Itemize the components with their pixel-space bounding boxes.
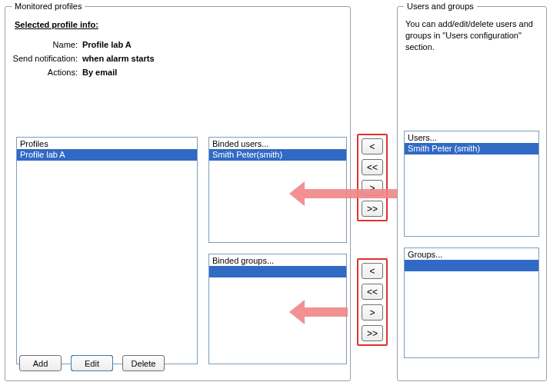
profile-name-row: Name: Profile lab A — [12, 40, 344, 49]
users-and-groups-legend: Users and groups — [404, 2, 477, 11]
user-transfer-buttons: < << > >> — [357, 134, 388, 221]
move-all-users-right-button[interactable]: >> — [362, 201, 383, 217]
move-all-users-left-button[interactable]: << — [362, 159, 383, 175]
move-all-groups-right-button[interactable]: >> — [362, 325, 383, 341]
list-item[interactable] — [209, 266, 346, 277]
users-listbox[interactable]: Users... Smith Peter (smith) — [404, 131, 539, 237]
move-group-right-button[interactable]: > — [362, 304, 383, 321]
users-header: Users... — [405, 131, 538, 143]
profile-name-value: Profile lab A — [82, 40, 132, 49]
profile-buttons: Add Edit Delete — [19, 355, 165, 371]
list-item[interactable]: Profile lab A — [17, 149, 197, 161]
add-button[interactable]: Add — [19, 355, 62, 371]
send-notification-value: when alarm starts — [82, 54, 155, 63]
selected-profile-info-title: Selected profile info: — [15, 20, 344, 29]
move-user-left-button[interactable]: < — [362, 138, 383, 154]
move-all-groups-left-button[interactable]: << — [362, 284, 383, 300]
groups-header: Groups... — [405, 248, 538, 260]
users-and-groups-panel: Users and groups You can add/edit/delete… — [397, 2, 547, 381]
delete-button[interactable]: Delete — [122, 355, 165, 371]
users-groups-help-text: You can add/edit/delete users and groups… — [404, 15, 540, 56]
annotation-arrow-icon — [303, 307, 348, 317]
profiles-header: Profiles — [17, 138, 197, 149]
actions-value: By email — [82, 68, 117, 77]
binded-groups-header: Binded groups... — [209, 254, 346, 266]
actions-row: Actions: By email — [12, 68, 344, 77]
group-transfer-buttons: < << > >> — [357, 258, 388, 346]
monitored-profiles-legend: Monitored profiles — [12, 2, 85, 11]
list-item[interactable]: Smith Peter (smith) — [405, 143, 538, 154]
profiles-listbox[interactable]: Profiles Profile lab A — [16, 137, 198, 364]
list-item[interactable]: Smith Peter(smith) — [209, 149, 346, 161]
send-notification-label: Send notification: — [12, 54, 82, 63]
list-item[interactable] — [405, 260, 538, 271]
binded-users-header: Binded users... — [209, 138, 346, 149]
groups-listbox[interactable]: Groups... — [404, 247, 539, 358]
send-notification-row: Send notification: when alarm starts — [12, 54, 344, 63]
edit-button[interactable]: Edit — [71, 355, 113, 371]
move-group-left-button[interactable]: < — [362, 263, 383, 279]
profile-name-label: Name: — [12, 40, 82, 49]
actions-label: Actions: — [12, 68, 82, 77]
